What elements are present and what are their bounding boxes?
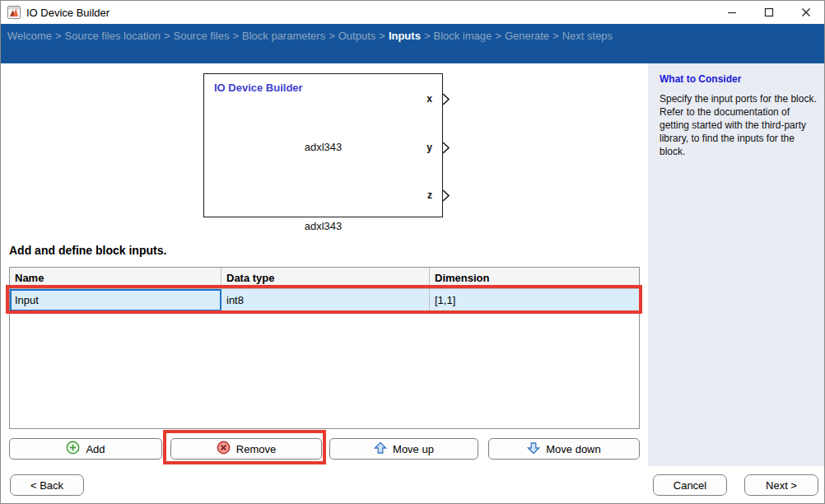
help-panel: What to Consider Specify the input ports… — [648, 63, 825, 466]
next-button[interactable]: Next > — [744, 474, 818, 496]
output-port-label-z: z — [427, 189, 432, 201]
output-port-label-y: y — [426, 142, 432, 153]
arrow-up-icon — [374, 441, 387, 457]
breadcrumb: Welcome>Source files location>Source fil… — [1, 24, 824, 63]
move-down-button-label: Move down — [546, 443, 600, 455]
block-preview-name: adxl343 — [204, 141, 442, 153]
cancel-button[interactable]: Cancel — [653, 474, 727, 496]
window-title: IO Device Builder — [26, 7, 110, 19]
breadcrumb-step-source-files-location: Source files location — [65, 30, 161, 42]
table-row[interactable]: Input int8 [1,1] — [10, 289, 639, 312]
instruction-text: Add and define block inputs. — [9, 244, 166, 257]
move-down-button[interactable]: Move down — [488, 438, 640, 460]
cell-dimension[interactable]: [1,1] — [430, 289, 639, 311]
matlab-logo-icon — [7, 6, 21, 19]
cancel-button-label: Cancel — [674, 479, 706, 492]
block-preview: IO Device Builder adxl343 x y z — [203, 73, 443, 217]
remove-icon — [217, 441, 231, 457]
remove-button[interactable]: Remove — [170, 438, 322, 460]
breadcrumb-separator: > — [325, 30, 338, 42]
cell-input-name[interactable]: Input — [10, 289, 221, 311]
io-device-builder-window: IO Device Builder Welcome>Source files l… — [0, 0, 825, 504]
breadcrumb-step-source-files: Source files — [173, 30, 229, 42]
help-panel-title: What to Consider — [660, 73, 817, 85]
add-icon — [66, 441, 80, 457]
breadcrumb-step-inputs-current: Inputs — [389, 30, 421, 42]
breadcrumb-separator: > — [229, 30, 242, 42]
move-up-button-label: Move up — [393, 443, 434, 455]
breadcrumb-step-block-image: Block image — [433, 30, 492, 42]
remove-button-label: Remove — [236, 443, 276, 455]
move-up-button[interactable]: Move up — [329, 438, 478, 460]
breadcrumb-step-outputs: Outputs — [338, 30, 376, 42]
breadcrumb-separator: > — [549, 30, 562, 42]
title-bar: IO Device Builder — [1, 1, 824, 24]
arrow-down-icon — [527, 441, 540, 457]
back-button[interactable]: < Back — [10, 474, 84, 496]
next-button-label: Next > — [766, 479, 797, 492]
breadcrumb-step-next-steps: Next steps — [562, 30, 613, 42]
cell-data-type[interactable]: int8 — [221, 289, 430, 311]
inputs-table: Name Data type Dimension Input int8 [1,1… — [9, 267, 640, 429]
breadcrumb-step-block-parameters: Block parameters — [242, 30, 325, 42]
block-caption: adxl343 — [203, 220, 443, 232]
breadcrumb-separator: > — [375, 30, 389, 42]
back-button-label: < Back — [30, 479, 63, 492]
close-button[interactable] — [787, 1, 824, 24]
output-port-x-icon — [442, 93, 450, 109]
breadcrumb-separator: > — [421, 30, 434, 42]
column-header-name: Name — [10, 268, 221, 288]
add-button[interactable]: Add — [9, 438, 162, 460]
maximize-button[interactable] — [750, 1, 787, 24]
breadcrumb-separator: > — [161, 30, 174, 42]
table-header-row: Name Data type Dimension — [10, 268, 639, 289]
minimize-button[interactable] — [713, 1, 750, 24]
window-controls — [713, 1, 824, 24]
breadcrumb-separator: > — [52, 30, 65, 42]
breadcrumb-separator: > — [492, 30, 505, 42]
breadcrumb-step-generate: Generate — [505, 30, 549, 42]
column-header-data-type: Data type — [221, 268, 430, 288]
column-header-dimension: Dimension — [430, 268, 639, 288]
output-port-label-x: x — [426, 93, 432, 105]
add-button-label: Add — [86, 443, 105, 455]
output-port-z-icon — [442, 189, 450, 205]
help-panel-body: Specify the input ports for the block. R… — [660, 92, 818, 158]
breadcrumb-step-welcome: Welcome — [7, 30, 52, 42]
output-port-y-icon — [442, 142, 450, 157]
block-preview-title: IO Device Builder — [214, 82, 303, 94]
